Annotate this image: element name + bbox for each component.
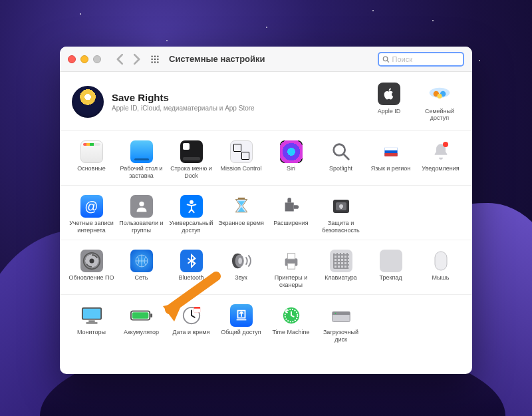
mission-icon <box>230 140 253 163</box>
pref-users-label: Пользователи и группы <box>118 220 165 234</box>
pref-sharing[interactable]: Общий доступ <box>216 302 266 346</box>
svg-point-9 <box>383 57 388 61</box>
pref-display[interactable]: Мониторы <box>66 302 116 346</box>
pref-bt[interactable]: Bluetooth <box>166 247 216 292</box>
pref-update-label: Обновление ПО <box>68 274 115 289</box>
svg-point-4 <box>154 58 156 59</box>
pref-dock[interactable]: Строка меню и Dock <box>166 138 216 182</box>
pref-trackpad[interactable]: Трекпад <box>366 247 416 292</box>
svg-point-0 <box>151 55 152 57</box>
svg-point-25 <box>89 259 94 264</box>
startup-icon <box>330 304 352 327</box>
pref-screentime[interactable]: Экранное время <box>216 192 266 237</box>
svg-rect-32 <box>287 264 295 269</box>
svg-point-8 <box>157 61 158 63</box>
svg-rect-17 <box>384 153 397 156</box>
show-all-button[interactable] <box>148 52 162 67</box>
pref-mission[interactable]: Mission Control <box>216 138 266 182</box>
zoom-button[interactable] <box>93 55 101 63</box>
pref-family-sharing[interactable]: Семейный доступ <box>419 83 460 121</box>
language-icon <box>380 140 402 163</box>
pref-users[interactable]: Пользователи и группы <box>116 192 166 237</box>
svg-rect-37 <box>86 322 97 323</box>
svg-rect-23 <box>340 206 342 209</box>
svg-point-5 <box>157 58 158 59</box>
forward-button[interactable] <box>129 52 144 67</box>
pref-spotlight[interactable]: Spotlight <box>316 138 366 182</box>
pref-mouse[interactable]: Мышь <box>416 247 466 292</box>
pref-keyboard[interactable]: Клавиатура <box>316 247 366 292</box>
display-icon <box>80 304 103 327</box>
svg-rect-31 <box>287 254 295 259</box>
security-icon <box>330 195 352 218</box>
spotlight-icon <box>330 140 352 163</box>
pref-bt-label: Bluetooth <box>168 274 215 289</box>
pref-startup[interactable]: Загрузочный диск <box>316 302 366 346</box>
pref-sharing-label: Общий доступ <box>217 329 265 343</box>
svg-point-13 <box>437 94 442 99</box>
pref-access[interactable]: Универсальный доступ <box>166 192 216 237</box>
pref-section-2: Обновление ПОСетьBluetoothЗвукПринтеры и… <box>60 240 472 294</box>
pref-general-label: Основные <box>68 165 115 180</box>
pref-security[interactable]: Защита и безопасность <box>316 192 366 237</box>
pref-notif-label: Уведомления <box>417 165 464 180</box>
pref-internet[interactable]: @Учетные записи интернета <box>66 192 116 237</box>
pref-battery[interactable]: Аккумулятор <box>116 302 166 346</box>
pref-network[interactable]: Сеть <box>116 247 166 292</box>
svg-rect-36 <box>88 321 94 322</box>
close-button[interactable] <box>68 55 76 63</box>
users-icon <box>130 195 153 218</box>
svg-rect-39 <box>132 312 148 318</box>
account-subtitle: Apple ID, iCloud, медиаматериалы и App S… <box>112 104 368 112</box>
svg-point-1 <box>154 55 156 57</box>
back-button[interactable] <box>113 52 128 67</box>
account-avatar[interactable] <box>72 86 104 118</box>
update-icon <box>80 250 103 272</box>
trackpad-icon <box>380 250 402 272</box>
window-title: Системные настройки <box>169 54 265 64</box>
pref-family-label: Семейный доступ <box>425 108 454 121</box>
minimize-button[interactable] <box>80 55 88 63</box>
pref-keyboard-label: Клавиатура <box>317 274 364 289</box>
pref-section-0: ОсновныеРабочий стол и заставкаСтрока ме… <box>60 130 472 185</box>
tm-icon <box>280 304 303 327</box>
datetime-icon <box>180 304 203 327</box>
pref-datetime[interactable]: Дата и время <box>166 302 216 346</box>
pref-security-label: Защита и безопасность <box>317 220 364 234</box>
pref-ext[interactable]: Расширения <box>266 192 316 237</box>
pref-section-3: МониторыАккумуляторДата и времяОбщий дос… <box>60 294 472 349</box>
desktop-icon <box>130 140 153 163</box>
svg-rect-33 <box>435 252 447 270</box>
battery-icon <box>130 304 153 327</box>
access-icon <box>180 195 203 218</box>
pref-siri-label: Siri <box>267 165 315 180</box>
pref-print-label: Принтеры и сканеры <box>267 274 315 289</box>
pref-startup-label: Загрузочный диск <box>317 329 364 343</box>
pref-general[interactable]: Основные <box>66 138 116 182</box>
pref-desktop[interactable]: Рабочий стол и заставка <box>116 138 166 182</box>
search-input[interactable] <box>392 55 460 63</box>
search-field[interactable] <box>378 52 464 67</box>
internet-icon: @ <box>80 195 103 218</box>
pref-mouse-label: Мышь <box>417 274 464 289</box>
pref-tm[interactable]: Time Machine <box>266 302 316 346</box>
pref-sound[interactable]: Звук <box>216 247 266 292</box>
svg-point-19 <box>190 201 192 204</box>
pref-screentime-label: Экранное время <box>217 220 265 234</box>
svg-rect-34 <box>82 308 100 319</box>
svg-point-3 <box>151 58 152 59</box>
svg-point-6 <box>151 61 152 63</box>
pref-notif[interactable]: Уведомления <box>416 138 466 182</box>
pref-language[interactable]: Язык и регион <box>366 138 416 182</box>
pref-siri[interactable]: Siri <box>266 138 316 182</box>
svg-point-18 <box>139 202 144 206</box>
svg-point-7 <box>154 61 156 63</box>
svg-rect-43 <box>194 309 200 313</box>
pref-apple-id[interactable]: Apple ID <box>368 83 410 114</box>
pref-update[interactable]: Обновление ПО <box>66 247 116 292</box>
titlebar: Системные настройки <box>60 47 472 72</box>
keyboard-icon <box>330 250 352 272</box>
pref-mission-label: Mission Control <box>217 165 265 180</box>
pref-print[interactable]: Принтеры и сканеры <box>266 247 316 292</box>
sharing-icon <box>230 304 253 327</box>
